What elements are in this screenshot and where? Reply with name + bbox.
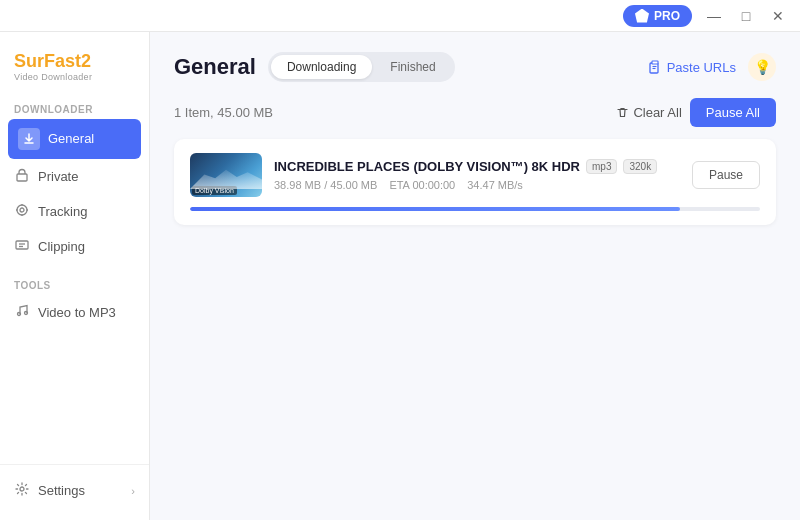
main-content: General Downloading Finished Paste URLs … [150,32,800,520]
bulb-icon[interactable]: 💡 [748,53,776,81]
settings-label: Settings [38,483,85,498]
private-icon [14,168,30,185]
settings-icon [14,482,30,499]
progress-track [190,207,760,211]
paste-icon [648,60,662,74]
action-buttons: Clear All Pause All [616,98,776,127]
sidebar-item-general[interactable]: General [8,119,141,159]
sidebar: SurFast2 Video Downloader Downloader Gen… [0,32,150,520]
item-info: INCREDIBLE PLACES (DOLBY VISION™) 8K HDR… [274,159,680,191]
pro-badge[interactable]: PRO [623,5,692,27]
close-button[interactable]: ✕ [764,2,792,30]
size-info: 38.98 MB / 45.00 MB [274,179,377,191]
sidebar-item-tracking-label: Tracking [38,204,87,219]
sidebar-item-private-label: Private [38,169,78,184]
badge-quality: 320k [623,159,657,174]
item-title: INCREDIBLE PLACES (DOLBY VISION™) 8K HDR [274,159,580,174]
svg-point-12 [20,487,24,491]
tools-section-label: Tools [0,274,149,295]
app-subtitle: Video Downloader [14,72,135,82]
sidebar-item-private[interactable]: Private [0,159,149,194]
thumbnail: Dolby Vision [190,153,262,197]
app-logo: SurFast2 Video Downloader [0,44,149,98]
clear-all-label: Clear All [633,105,681,120]
app-name: SurFast2 [14,52,135,72]
sidebar-item-video-to-mp3[interactable]: Video to MP3 [0,295,149,330]
main-title-group: General Downloading Finished [174,52,455,82]
tab-downloading[interactable]: Downloading [271,55,372,79]
sidebar-item-clipping[interactable]: Clipping [0,229,149,264]
paste-urls-label: Paste URLs [667,60,736,75]
clear-all-button[interactable]: Clear All [616,105,681,120]
header-actions: Paste URLs 💡 [648,53,776,81]
sub-header: 1 Item, 45.00 MB Clear All Pause All [174,98,776,127]
sidebar-item-general-label: General [48,131,94,146]
sidebar-item-clipping-label: Clipping [38,239,85,254]
paste-urls-button[interactable]: Paste URLs [648,60,736,75]
minimize-button[interactable]: — [700,2,728,30]
download-icon [18,128,40,150]
download-card: Dolby Vision INCREDIBLE PLACES (DOLBY VI… [174,139,776,225]
tracking-icon [14,203,30,220]
tab-group: Downloading Finished [268,52,455,82]
sidebar-item-tracking[interactable]: Tracking [0,194,149,229]
downloader-section-label: Downloader [0,98,149,119]
progress-fill [190,207,680,211]
download-item-row: Dolby Vision INCREDIBLE PLACES (DOLBY VI… [190,153,760,197]
svg-point-2 [20,208,24,212]
trash-icon [616,106,629,119]
title-bar-controls: — □ ✕ [700,2,792,30]
badge-mp3: mp3 [586,159,617,174]
clipping-icon [14,238,30,255]
main-title: General [174,54,256,80]
eta: ETA 00:00:00 [389,179,455,191]
item-count: 1 Item, 45.00 MB [174,105,273,120]
pause-all-button[interactable]: Pause All [690,98,776,127]
sidebar-bottom: Settings › [0,464,149,508]
svg-point-1 [17,205,27,215]
pause-button[interactable]: Pause [692,161,760,189]
svg-rect-7 [16,241,28,249]
svg-point-11 [25,311,28,314]
item-title-row: INCREDIBLE PLACES (DOLBY VISION™) 8K HDR… [274,159,680,174]
title-bar: PRO — □ ✕ [0,0,800,32]
progress-container [190,207,760,211]
svg-rect-0 [17,174,27,181]
speed: 34.47 MB/s [467,179,523,191]
chevron-right-icon: › [131,485,135,497]
tab-finished[interactable]: Finished [374,55,451,79]
music-icon [14,304,30,321]
sidebar-item-video-to-mp3-label: Video to MP3 [38,305,116,320]
app-version: 2 [81,51,91,71]
main-header: General Downloading Finished Paste URLs … [174,52,776,82]
pro-label: PRO [654,9,680,23]
settings-item[interactable]: Settings › [0,473,149,508]
diamond-icon [635,9,649,23]
maximize-button[interactable]: □ [732,2,760,30]
thumbnail-badge: Dolby Vision [192,186,237,195]
svg-rect-14 [652,61,658,64]
item-meta: 38.98 MB / 45.00 MB ETA 00:00:00 34.47 M… [274,179,680,191]
svg-point-10 [18,312,21,315]
